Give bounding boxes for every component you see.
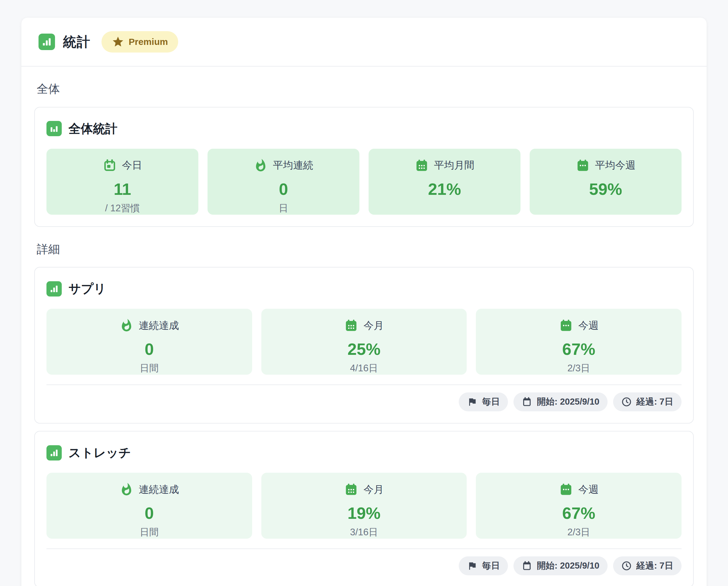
page-title: 統計: [63, 33, 91, 51]
tile-label: 今週: [578, 319, 598, 332]
calendar-week-icon: [576, 159, 590, 172]
stat-tile-month: 今月 19% 3/16日: [261, 473, 467, 539]
divider: [47, 549, 681, 549]
tile-value: 25%: [348, 341, 380, 357]
clock-icon: [621, 397, 632, 407]
tile-sub: 2/3日: [568, 362, 590, 375]
tile-label: 平均今週: [595, 159, 635, 172]
clock-icon: [621, 561, 632, 571]
tile-label: 今月: [363, 483, 383, 497]
tile-label: 今月: [363, 319, 383, 332]
elapsed-badge: 経過: 7日: [613, 556, 681, 575]
start-date-badge: 開始: 2025/9/10: [513, 392, 608, 411]
tile-label: 連続達成: [139, 319, 179, 332]
stat-tile-avg-month: 平均月間 21%: [369, 149, 521, 215]
stat-tile-avg-streak: 平均連続 0 日: [207, 149, 359, 215]
calendar-icon: [522, 561, 532, 571]
habit-tiles: 連続達成 0 日間 今月 25% 4/16日 今週: [47, 309, 681, 375]
star-icon: [112, 36, 124, 48]
tile-value: 67%: [562, 505, 595, 521]
tile-label: 平均連続: [273, 159, 313, 172]
badge-label: 経過: 7日: [636, 396, 673, 408]
badge-label: 毎日: [482, 560, 500, 572]
flame-icon: [120, 482, 133, 497]
badge-label: 経過: 7日: [636, 560, 673, 572]
tile-value: 0: [145, 505, 154, 521]
flag-icon: [467, 397, 477, 407]
premium-badge[interactable]: Premium: [101, 31, 178, 53]
tile-value: 21%: [428, 181, 461, 197]
calendar-month-icon: [344, 482, 358, 497]
calendar-icon: [522, 397, 532, 407]
tile-sub: / 12習慣: [105, 202, 140, 215]
habit-tiles: 連続達成 0 日間 今月 19% 3/16日 今週: [47, 473, 681, 539]
tile-sub: 日間: [140, 362, 159, 375]
section-label-overall: 全体: [37, 82, 694, 96]
badge-label: 開始: 2025/9/10: [537, 396, 599, 408]
tile-value: 59%: [589, 181, 622, 197]
bar-chart-icon: [47, 121, 62, 136]
frequency-badge: 毎日: [459, 392, 508, 411]
overall-stats-card: 全体統計 今日 11 / 12習慣 平均連続 0: [34, 107, 694, 227]
stat-tile-avg-week: 平均今週 59%: [530, 149, 681, 215]
overall-card-header: 全体統計: [47, 120, 681, 137]
habit-card-supplement: サプリ 連続達成 0 日間 今月 25% 4/16: [34, 267, 694, 424]
flame-icon: [254, 159, 268, 172]
bar-chart-icon: [39, 34, 55, 50]
tile-value: 67%: [562, 341, 595, 357]
calendar-week-icon: [559, 319, 573, 332]
habit-meta-row: 毎日 開始: 2025/9/10 経過: 7日: [47, 556, 681, 575]
page-header: 統計 Premium: [21, 18, 707, 66]
premium-label: Premium: [129, 37, 168, 47]
flame-icon: [120, 319, 133, 332]
habit-card-header: ストレッチ: [47, 444, 681, 461]
tile-label: 連続達成: [139, 483, 179, 497]
tile-value: 19%: [348, 505, 380, 521]
tile-label: 平均月間: [434, 159, 474, 172]
overall-tiles: 今日 11 / 12習慣 平均連続 0 日 平均月間: [47, 149, 681, 215]
elapsed-badge: 経過: 7日: [613, 392, 681, 411]
calendar-month-icon: [344, 319, 358, 332]
bar-chart-icon: [47, 281, 62, 296]
stat-tile-week: 今週 67% 2/3日: [476, 473, 681, 539]
tile-sub: 日間: [140, 526, 159, 539]
stat-tile-today: 今日 11 / 12習慣: [47, 149, 198, 215]
tile-value: 11: [114, 181, 131, 197]
stat-tile-streak: 連続達成 0 日間: [47, 473, 252, 539]
tile-value: 0: [145, 341, 154, 357]
overall-card-title: 全体統計: [69, 120, 117, 137]
badge-label: 開始: 2025/9/10: [537, 560, 599, 572]
calendar-month-icon: [415, 159, 429, 172]
calendar-week-icon: [559, 482, 573, 497]
tile-value: 0: [279, 181, 288, 197]
badge-label: 毎日: [482, 396, 500, 408]
frequency-badge: 毎日: [459, 556, 508, 575]
tile-sub: 日: [279, 202, 288, 215]
habit-meta-row: 毎日 開始: 2025/9/10 経過: 7日: [47, 392, 681, 411]
section-label-detail: 詳細: [37, 243, 694, 256]
start-date-badge: 開始: 2025/9/10: [513, 556, 608, 575]
tile-sub: 3/16日: [350, 526, 378, 539]
tile-label: 今日: [122, 159, 142, 172]
flag-icon: [467, 561, 477, 571]
habit-card-stretch: ストレッチ 連続達成 0 日間 今月 19% 3/: [34, 431, 694, 586]
tile-label: 今週: [578, 483, 598, 497]
stat-tile-month: 今月 25% 4/16日: [261, 309, 467, 375]
page-body: 全体 全体統計 今日 11 / 12習慣: [21, 66, 707, 586]
habit-card-header: サプリ: [47, 280, 681, 297]
calendar-day-icon: [103, 159, 117, 172]
divider: [47, 384, 681, 385]
habit-card-title: サプリ: [69, 280, 106, 297]
tile-sub: 2/3日: [568, 526, 590, 539]
stat-tile-streak: 連続達成 0 日間: [47, 309, 252, 375]
tile-sub: 4/16日: [350, 362, 378, 375]
stat-tile-week: 今週 67% 2/3日: [476, 309, 681, 375]
main-panel: 統計 Premium 全体 全体統計 今日 11: [21, 18, 707, 586]
habit-card-title: ストレッチ: [69, 444, 131, 461]
bar-chart-icon: [47, 445, 62, 460]
